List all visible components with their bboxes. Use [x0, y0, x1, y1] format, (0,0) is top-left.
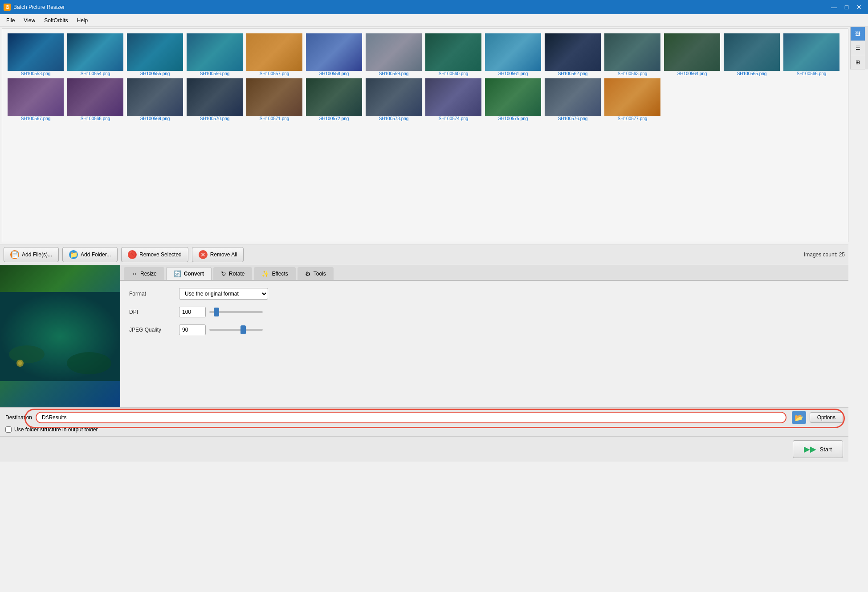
- list-item[interactable]: SH100558.png: [305, 33, 363, 77]
- image-filename: SH100562.png: [558, 71, 588, 77]
- jpeg-quality-row: JPEG Quality: [129, 324, 839, 335]
- list-item[interactable]: SH100568.png: [66, 78, 124, 122]
- list-item[interactable]: SH100572.png: [305, 78, 363, 122]
- menu-file[interactable]: File: [2, 16, 19, 25]
- list-item[interactable]: SH100564.png: [663, 33, 721, 77]
- tab-resize-label: Resize: [140, 271, 157, 277]
- add-files-icon: 📄: [10, 250, 19, 259]
- close-button[interactable]: ✕: [854, 2, 864, 12]
- list-item[interactable]: SH100565.png: [723, 33, 781, 77]
- resize-icon: ↔: [131, 270, 138, 277]
- tab-resize[interactable]: ↔ Resize: [124, 267, 164, 280]
- list-item[interactable]: SH100554.png: [66, 33, 124, 77]
- list-item[interactable]: SH100570.png: [186, 78, 244, 122]
- sidebar-image-view-btn[interactable]: 🖼: [851, 27, 865, 41]
- image-filename: SH100573.png: [379, 116, 409, 122]
- tab-tools[interactable]: ⚙ Tools: [297, 267, 334, 280]
- list-item[interactable]: SH100567.png: [7, 78, 65, 122]
- bottom-panel: ↔ Resize 🔄 Convert ↻ Rotate ✨ Effects ⚙: [0, 265, 848, 407]
- image-filename: SH100556.png: [200, 71, 230, 77]
- folder-structure-row: Use folder structure in output folder: [5, 426, 843, 433]
- tab-bar: ↔ Resize 🔄 Convert ↻ Rotate ✨ Effects ⚙: [120, 265, 848, 281]
- destination-label: Destination: [5, 414, 32, 421]
- list-item[interactable]: SH100561.png: [484, 33, 542, 77]
- list-item[interactable]: SH100556.png: [186, 33, 244, 77]
- image-filename: SH100557.png: [260, 71, 289, 77]
- list-item[interactable]: SH100577.png: [603, 78, 661, 122]
- list-item[interactable]: SH100559.png: [365, 33, 423, 77]
- image-filename: SH100559.png: [379, 71, 409, 77]
- menu-help[interactable]: Help: [73, 16, 93, 25]
- dpi-row: DPI: [129, 307, 839, 317]
- title-bar: 🖼 Batch Picture Resizer — □ ✕: [0, 0, 868, 14]
- image-filename: SH100574.png: [439, 116, 469, 122]
- tab-convert-label: Convert: [184, 271, 204, 277]
- start-icon: ▶▶: [804, 444, 816, 454]
- list-item[interactable]: SH100573.png: [365, 78, 423, 122]
- image-filename: SH100555.png: [140, 71, 170, 77]
- convert-icon: 🔄: [174, 270, 181, 277]
- sidebar-list-view-btn[interactable]: ☰: [851, 41, 865, 55]
- image-filename: SH100560.png: [439, 71, 469, 77]
- image-filename: SH100563.png: [618, 71, 648, 77]
- list-item[interactable]: SH100560.png: [424, 33, 482, 77]
- list-item[interactable]: SH100553.png: [7, 33, 65, 77]
- maximize-button[interactable]: □: [841, 2, 852, 12]
- effects-icon: ✨: [261, 270, 269, 277]
- image-filename: SH100565.png: [737, 71, 767, 77]
- list-item[interactable]: SH100566.png: [782, 33, 840, 77]
- image-filename: SH100564.png: [677, 71, 707, 77]
- list-item[interactable]: SH100563.png: [603, 33, 661, 77]
- image-filename: SH100553.png: [21, 71, 51, 77]
- format-row: Format Use the original format JPEG PNG …: [129, 288, 839, 300]
- preview-pane: [0, 265, 120, 407]
- list-item[interactable]: SH100574.png: [424, 78, 482, 122]
- folder-structure-checkbox[interactable]: [5, 426, 12, 433]
- start-button[interactable]: ▶▶ Start: [793, 440, 843, 458]
- format-label: Format: [129, 291, 174, 297]
- list-item[interactable]: SH100569.png: [126, 78, 184, 122]
- list-item[interactable]: SH100557.png: [245, 33, 303, 77]
- menu-bar: File View SoftOrbits Help: [0, 14, 868, 27]
- list-item[interactable]: SH100562.png: [544, 33, 602, 77]
- destination-browse-button[interactable]: 📂: [792, 411, 806, 424]
- remove-all-icon: ✕: [199, 250, 208, 259]
- start-btn-area: ▶▶ Start: [0, 436, 848, 462]
- dpi-label: DPI: [129, 309, 174, 315]
- tab-convert[interactable]: 🔄 Convert: [166, 267, 212, 280]
- jpeg-quality-slider-thumb[interactable]: [240, 325, 246, 334]
- remove-all-button[interactable]: ✕ Remove All: [192, 247, 244, 262]
- jpeg-quality-input[interactable]: [179, 324, 206, 335]
- destination-bar: Destination 📂 Options Use folder structu…: [0, 407, 848, 436]
- minimize-button[interactable]: —: [829, 2, 839, 12]
- list-item[interactable]: SH100555.png: [126, 33, 184, 77]
- list-item[interactable]: SH100571.png: [245, 78, 303, 122]
- list-item[interactable]: SH100575.png: [484, 78, 542, 122]
- image-filename: SH100569.png: [140, 116, 170, 122]
- rotate-icon: ↻: [221, 270, 226, 277]
- format-select[interactable]: Use the original format JPEG PNG BMP TIF…: [179, 288, 268, 300]
- destination-row: Destination 📂 Options: [5, 411, 843, 424]
- sidebar-grid-view-btn[interactable]: ⊞: [851, 55, 865, 69]
- menu-view[interactable]: View: [19, 16, 40, 25]
- add-folder-button[interactable]: 📁 Add Folder...: [62, 247, 118, 262]
- tab-effects[interactable]: ✨ Effects: [254, 267, 295, 280]
- dpi-input[interactable]: [179, 307, 206, 317]
- image-filename: SH100571.png: [260, 116, 289, 122]
- dpi-slider-track: [209, 311, 263, 313]
- tab-effects-label: Effects: [272, 271, 288, 277]
- tab-rotate-label: Rotate: [229, 271, 245, 277]
- remove-selected-button[interactable]: 🚫 Remove Selected: [121, 247, 188, 262]
- image-filename: SH100554.png: [81, 71, 110, 77]
- tools-icon: ⚙: [305, 270, 311, 277]
- dpi-slider-thumb[interactable]: [214, 308, 219, 316]
- options-button[interactable]: Options: [810, 412, 843, 423]
- list-item[interactable]: SH100576.png: [544, 78, 602, 122]
- settings-pane: ↔ Resize 🔄 Convert ↻ Rotate ✨ Effects ⚙: [120, 265, 848, 407]
- destination-input[interactable]: [36, 412, 786, 423]
- menu-softorbits[interactable]: SoftOrbits: [40, 16, 72, 25]
- image-filename: SH100576.png: [558, 116, 588, 122]
- tab-rotate[interactable]: ↻ Rotate: [213, 267, 252, 280]
- add-files-button[interactable]: 📄 Add File(s)...: [4, 247, 59, 262]
- app-title: Batch Picture Resizer: [13, 4, 65, 10]
